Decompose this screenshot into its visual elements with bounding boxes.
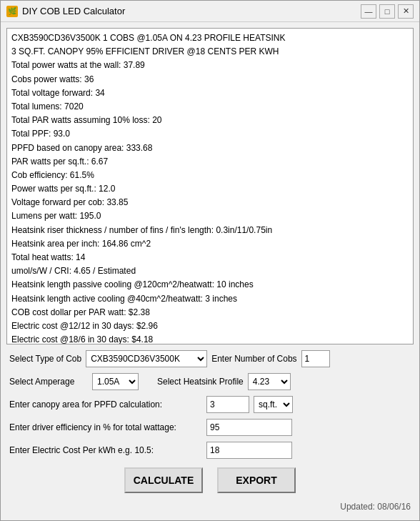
amperage-heatsink-row: Select Amperage 0.7A1.05A1.4A1.75A2.1A2.… (6, 373, 414, 390)
export-button[interactable]: EXPORT (217, 467, 296, 493)
updated-text: Updated: 08/06/16 (340, 502, 411, 512)
canopy-label: Enter canopy area for PPFD calculation: (9, 400, 202, 410)
main-window: 🌿 DIY COB LED Calculator — □ ✕ CXB3590CD… (0, 0, 420, 521)
minimize-button[interactable]: — (361, 4, 376, 19)
canopy-row: Enter canopy area for PPFD calculation: … (6, 396, 414, 413)
driver-input[interactable] (206, 419, 292, 436)
electric-row: Enter Electric Cost Per kWh e.g. 10.5: (6, 442, 414, 459)
electric-label: Enter Electric Cost Per kWh e.g. 10.5: (9, 445, 202, 455)
form-section: Select Type of Cob CXB3590CD36V3500KCXB3… (6, 350, 414, 515)
cob-type-select[interactable]: CXB3590CD36V3500KCXB3590CD36V4000KCXB359… (86, 350, 207, 367)
close-button[interactable]: ✕ (398, 4, 414, 19)
canopy-input[interactable] (206, 396, 249, 413)
calculate-button[interactable]: CALCULATE (124, 467, 203, 493)
driver-label: Enter driver efficiency in % for total w… (9, 422, 202, 432)
amperage-label: Select Amperage (9, 377, 88, 387)
cob-row: Select Type of Cob CXB3590CD36V3500KCXB3… (6, 350, 414, 367)
app-icon: 🌿 (6, 6, 18, 17)
canopy-unit-select[interactable]: sq.ft.sq.m. (254, 396, 293, 413)
electric-input[interactable] (206, 442, 292, 459)
buttons-row: CALCULATE EXPORT (6, 465, 414, 496)
window-controls: — □ ✕ (361, 4, 414, 19)
heatsink-label: Select Heatsink Profile (157, 377, 244, 387)
heatsink-select[interactable]: 4.233.505.00 (248, 373, 291, 390)
content-area: CXB3590CD36V3500K 1 COBS @1.05A ON 4.23 … (1, 22, 419, 520)
updated-label: Updated: 08/06/16 (6, 502, 414, 515)
cob-num-label: Enter Number of Cobs (211, 354, 296, 364)
title-bar: 🌿 DIY COB LED Calculator — □ ✕ (1, 1, 419, 22)
maximize-button[interactable]: □ (379, 4, 395, 19)
driver-row: Enter driver efficiency in % for total w… (6, 419, 414, 436)
cob-num-input[interactable] (301, 350, 330, 367)
output-panel[interactable]: CXB3590CD36V3500K 1 COBS @1.05A ON 4.23 … (6, 28, 414, 344)
amperage-select[interactable]: 0.7A1.05A1.4A1.75A2.1A2.45A2.8A (92, 373, 139, 390)
cob-type-label: Select Type of Cob (9, 354, 81, 364)
window-title: DIY COB LED Calculator (22, 6, 361, 16)
